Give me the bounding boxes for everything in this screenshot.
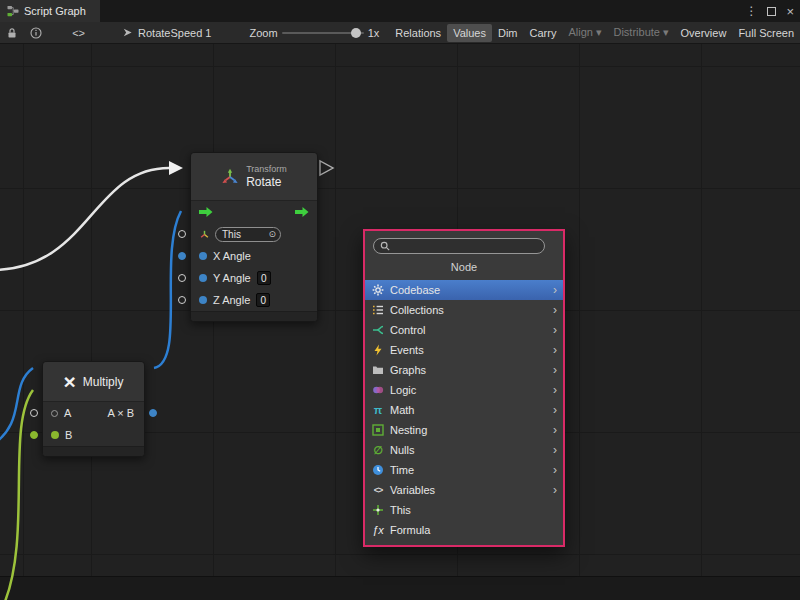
- chevron-right-icon: ›: [553, 484, 557, 496]
- finder-item-collections[interactable]: Collections ›: [365, 300, 563, 320]
- dim-button[interactable]: Dim: [492, 24, 524, 42]
- finder-item-nulls[interactable]: ∅ Nulls ›: [365, 440, 563, 460]
- window-controls: ⋮ ×: [745, 0, 794, 22]
- null-icon: ∅: [371, 444, 385, 457]
- tab-script-graph[interactable]: Script Graph: [0, 0, 100, 22]
- finder-item-control[interactable]: Control ›: [365, 320, 563, 340]
- transform-rotate-node[interactable]: Transform Rotate This ⊙: [190, 152, 318, 322]
- wire-input-b: [4, 390, 33, 600]
- node-title: Multiply: [83, 375, 124, 389]
- this-field-value: This: [216, 229, 268, 240]
- search-area: [365, 231, 563, 257]
- z-angle-port[interactable]: [178, 296, 186, 304]
- finder-item-label: Nulls: [390, 444, 414, 456]
- b-input-port[interactable]: [30, 431, 38, 439]
- finder-item-label: Codebase: [390, 284, 440, 296]
- a-input-port[interactable]: [30, 409, 38, 417]
- overview-button[interactable]: Overview: [675, 24, 733, 42]
- zoom-label: Zoom: [249, 27, 277, 39]
- finder-item-nesting[interactable]: Nesting ›: [365, 420, 563, 440]
- flow-out-arrow-icon[interactable]: [295, 206, 309, 218]
- zoom-slider[interactable]: [282, 32, 364, 34]
- multiply-icon: ×: [64, 371, 76, 392]
- close-icon[interactable]: ×: [786, 5, 794, 18]
- dropdown-caret-icon: ▾: [663, 26, 669, 38]
- multiply-header[interactable]: × Multiply: [43, 362, 144, 402]
- code-view-button[interactable]: <>: [66, 24, 91, 42]
- lock-icon[interactable]: [4, 27, 20, 39]
- finder-item-label: Time: [390, 464, 414, 476]
- zoom-slider-knob[interactable]: [351, 28, 361, 38]
- finder-item-graphs[interactable]: Graphs ›: [365, 360, 563, 380]
- flow-port-row: [191, 201, 317, 223]
- formula-icon: ƒx: [371, 524, 385, 537]
- transform-gizmo-icon: [221, 168, 239, 186]
- node-finder-popup: Node Codebase › Collections › Control › …: [363, 229, 565, 547]
- y-angle-input[interactable]: 0: [257, 271, 271, 285]
- fullscreen-button[interactable]: Full Screen: [732, 24, 800, 42]
- clock-icon: [371, 464, 385, 477]
- node-search-input[interactable]: [394, 240, 538, 253]
- flow-output-port-triangle[interactable]: [320, 161, 333, 175]
- graph-breadcrumb[interactable]: RotateSpeed 1: [138, 27, 211, 39]
- window-menu-icon[interactable]: ⋮: [745, 5, 757, 17]
- wire-flow-input: [0, 168, 169, 270]
- graph-canvas[interactable]: Transform Rotate This ⊙: [0, 44, 800, 600]
- node-footer: [191, 311, 317, 321]
- values-button[interactable]: Values: [447, 24, 492, 42]
- finder-item-label: Collections: [390, 304, 444, 316]
- node-title-block: Transform Rotate: [246, 164, 287, 189]
- flow-in-arrow-icon[interactable]: [199, 206, 213, 218]
- branch-icon: [371, 324, 385, 337]
- finder-item-math[interactable]: π Math ›: [365, 400, 563, 420]
- finder-item-label: Nesting: [390, 424, 427, 436]
- bottom-panel: [0, 576, 800, 600]
- x-angle-dot-icon: [199, 252, 207, 260]
- x-angle-port[interactable]: [178, 252, 186, 260]
- carry-button[interactable]: Carry: [524, 24, 563, 42]
- input-b-row: B: [43, 424, 144, 446]
- graph-pointer-icon: [119, 27, 135, 38]
- a-label: A: [64, 407, 71, 419]
- object-picker-icon[interactable]: ⊙: [268, 229, 276, 239]
- multiply-node[interactable]: × Multiply A A × B B: [42, 361, 145, 457]
- finder-item-label: Math: [390, 404, 414, 416]
- pi-icon: π: [371, 404, 385, 417]
- zoom-value: 1x: [368, 27, 380, 39]
- finder-item-this[interactable]: This: [365, 500, 563, 520]
- node-category: Transform: [246, 164, 287, 175]
- finder-item-formula[interactable]: ƒx Formula: [365, 520, 563, 540]
- chevron-right-icon: ›: [553, 304, 557, 316]
- search-box[interactable]: [373, 238, 545, 254]
- input-a-row: A A × B: [43, 402, 144, 424]
- finder-item-variables[interactable]: <> Variables ›: [365, 480, 563, 500]
- finder-item-label: Formula: [390, 524, 430, 536]
- this-port-row: This ⊙: [191, 223, 317, 245]
- a-dot-icon: [51, 410, 58, 417]
- finder-item-label: Events: [390, 344, 424, 356]
- folder-icon: [371, 364, 385, 377]
- product-output-port[interactable]: [149, 409, 157, 417]
- finder-item-events[interactable]: Events ›: [365, 340, 563, 360]
- this-object-field[interactable]: This ⊙: [215, 227, 281, 242]
- y-angle-label: Y Angle: [213, 272, 251, 284]
- relations-button[interactable]: Relations: [389, 24, 447, 42]
- y-angle-dot-icon: [199, 274, 207, 282]
- finder-item-label: Graphs: [390, 364, 426, 376]
- node-footer: [43, 446, 144, 456]
- wire-multiply-to-x-angle: [154, 211, 181, 368]
- y-angle-port[interactable]: [178, 274, 186, 282]
- info-icon[interactable]: [28, 27, 44, 39]
- distribute-dropdown[interactable]: Distribute ▾: [607, 23, 674, 42]
- z-angle-input[interactable]: 0: [256, 293, 270, 307]
- finder-item-logic[interactable]: Logic ›: [365, 380, 563, 400]
- finder-item-codebase[interactable]: Codebase ›: [365, 280, 563, 300]
- chevron-right-icon: ›: [553, 324, 557, 336]
- align-dropdown[interactable]: Align ▾: [562, 23, 607, 42]
- graph-toolbar: <> RotateSpeed 1 Zoom 1x Relations Value…: [0, 22, 800, 44]
- transform-rotate-header[interactable]: Transform Rotate: [191, 153, 317, 201]
- maximize-icon[interactable]: [767, 7, 776, 16]
- finder-item-time[interactable]: Time ›: [365, 460, 563, 480]
- z-angle-dot-icon: [199, 296, 207, 304]
- this-port[interactable]: [178, 230, 186, 238]
